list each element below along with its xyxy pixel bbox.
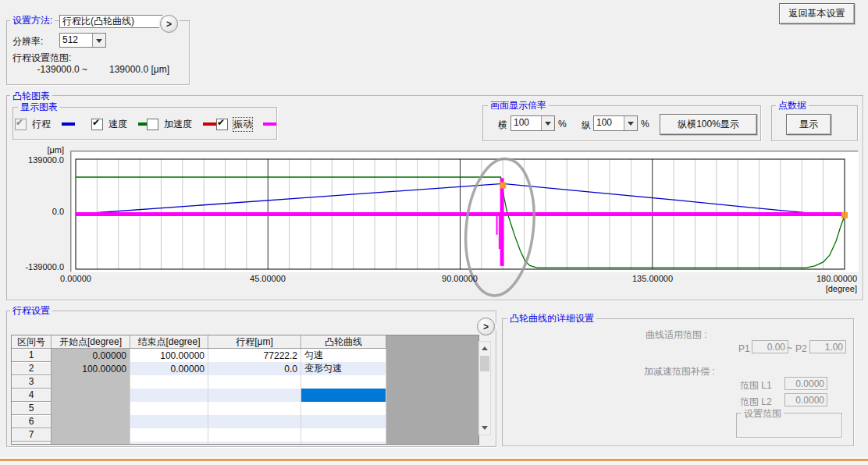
checkbox-label: 行程 (32, 118, 51, 131)
dropdown-arrow-icon[interactable] (541, 116, 554, 130)
checkbox-label: 加速度 (164, 118, 192, 131)
y-tick-zero: 0.0 (0, 207, 64, 216)
scroll-up-icon[interactable] (479, 343, 490, 354)
table-cell[interactable] (208, 375, 301, 389)
display-item-4: ✔振动 (216, 116, 276, 132)
point-data-show-button[interactable]: 显示 (786, 114, 831, 135)
y-axis-unit: [μm] (0, 145, 64, 154)
table-cell[interactable] (52, 442, 130, 444)
bottom-edge-base (0, 461, 868, 465)
column-header[interactable]: 开始点[degree] (52, 335, 130, 349)
row-number-cell[interactable]: 4 (12, 389, 52, 402)
table-cell[interactable] (52, 428, 130, 442)
scrollbar-thumb[interactable] (480, 356, 489, 371)
table-cell[interactable] (52, 402, 130, 415)
checkbox-加速度[interactable] (147, 119, 158, 130)
horizontal-zoom-dropdown[interactable]: 100 (510, 115, 555, 131)
table-cell[interactable]: 100.00000 (52, 362, 130, 375)
table-vertical-scrollbar[interactable] (478, 341, 491, 435)
point-marker (500, 182, 506, 188)
p1-label: P1 (738, 343, 750, 354)
checkbox-行程[interactable]: ✔ (15, 119, 27, 130)
table-cell[interactable] (208, 442, 301, 444)
p2-field[interactable]: 1.00 (809, 340, 846, 353)
x-axis-unit: [degree] (806, 284, 857, 293)
display-item-3: 加速度 (147, 116, 216, 132)
setting-method-expand-icon[interactable]: > (160, 15, 178, 33)
table-cell[interactable] (52, 415, 130, 428)
table-cell[interactable] (208, 428, 301, 442)
fit-100-percent-button[interactable]: 纵横100%显示 (660, 114, 757, 135)
stroke-range-min: -139000.0 ~ (23, 64, 87, 75)
table-cell[interactable] (208, 415, 301, 428)
display-item-1: ✔行程 (15, 116, 75, 132)
table-cell[interactable] (208, 389, 301, 402)
vertical-zoom-value: 100 (594, 116, 624, 130)
table-cell[interactable]: 100.00000 (130, 349, 208, 362)
dropdown-arrow-icon[interactable] (624, 116, 637, 130)
scroll-down-icon[interactable] (479, 422, 490, 434)
table-cell[interactable] (52, 375, 130, 389)
table-cell[interactable] (130, 389, 208, 402)
table-cell[interactable] (130, 402, 208, 415)
table-cell[interactable] (301, 389, 386, 402)
stroke-setting-expand-icon[interactable]: > (477, 318, 495, 335)
horizontal-percent-label: % (558, 119, 567, 130)
series-color-swatch (263, 122, 276, 126)
checkbox-label: 振动 (233, 118, 252, 131)
row-number-cell[interactable]: 1 (12, 349, 52, 362)
table-cell[interactable] (130, 428, 208, 442)
column-header[interactable]: 区间号 (12, 335, 52, 349)
curve-range-label: 曲线适用范围 : (646, 328, 707, 342)
check-icon: ✔ (16, 117, 23, 128)
column-header[interactable]: 结束点[degree] (130, 335, 208, 349)
table-cell[interactable]: 0.00000 (130, 362, 208, 375)
table-cell[interactable]: 77222.2 (208, 349, 301, 362)
row-number-cell[interactable] (12, 442, 52, 444)
table-cell[interactable] (301, 375, 386, 389)
vertical-zoom-dropdown[interactable]: 100 (593, 115, 638, 131)
row-number-cell[interactable]: 3 (12, 375, 52, 389)
resolution-value: 512 (60, 34, 92, 47)
row-number-cell[interactable]: 2 (12, 362, 52, 375)
check-icon: ✔ (92, 117, 100, 128)
dropdown-arrow-icon[interactable] (92, 34, 105, 47)
vertical-percent-label: % (641, 119, 649, 130)
table-cell[interactable] (301, 428, 386, 442)
cam-data-setting-window: 返回基本设置 设置方法: 行程比(凸轮曲线) > 分辨率: 512 行程设置范围… (0, 0, 868, 465)
column-header[interactable]: 行程[μm] (208, 335, 301, 349)
table-cell[interactable] (301, 415, 386, 428)
table-cell[interactable] (130, 442, 208, 444)
row-number-cell[interactable]: 5 (12, 402, 52, 415)
vertical-label: 纵 (582, 119, 591, 132)
table-cell[interactable] (301, 442, 386, 444)
row-number-cell[interactable]: 6 (12, 415, 52, 428)
table-cell[interactable] (301, 402, 386, 415)
range-l1-field[interactable]: 0.0000 (784, 377, 827, 390)
stroke-setting-table: 区间号开始点[degree]结束点[degree]行程[μm]凸轮曲线 10.0… (11, 335, 479, 445)
p1-field[interactable]: 0.00 (752, 340, 788, 353)
resolution-dropdown[interactable]: 512 (59, 33, 106, 48)
row-number-cell[interactable]: 7 (12, 428, 52, 442)
y-tick-max: 139000.0 (0, 155, 64, 165)
checkbox-振动[interactable]: ✔ (216, 119, 228, 130)
stroke-setting-caption: 行程设置 (10, 304, 52, 318)
checkbox-速度[interactable]: ✔ (91, 119, 103, 130)
column-header[interactable]: 凸轮曲线 (301, 335, 386, 349)
table-cell[interactable] (130, 415, 208, 428)
table-cell[interactable]: 0.00000 (52, 349, 130, 362)
table-cell[interactable] (208, 402, 301, 415)
x-tick-180: 180.00000 (806, 274, 857, 283)
back-to-basic-settings-button[interactable]: 返回基本设置 (779, 3, 855, 24)
table-cell[interactable]: 变形匀速 (301, 362, 386, 375)
horizontal-zoom-value: 100 (511, 116, 541, 130)
table-cell[interactable] (52, 389, 130, 402)
table-cell[interactable]: 0.0 (208, 362, 301, 375)
x-tick-135: 135.00000 (627, 274, 678, 283)
setting-method-field[interactable]: 行程比(凸轮曲线) (59, 15, 162, 28)
table-cell[interactable]: 匀速 (301, 349, 386, 362)
x-tick-90: 90.00000 (434, 274, 486, 283)
range-l2-field[interactable]: 0.0000 (784, 393, 827, 406)
table-cell[interactable] (130, 375, 208, 389)
stroke-range-label: 行程设置范围: (12, 51, 71, 65)
